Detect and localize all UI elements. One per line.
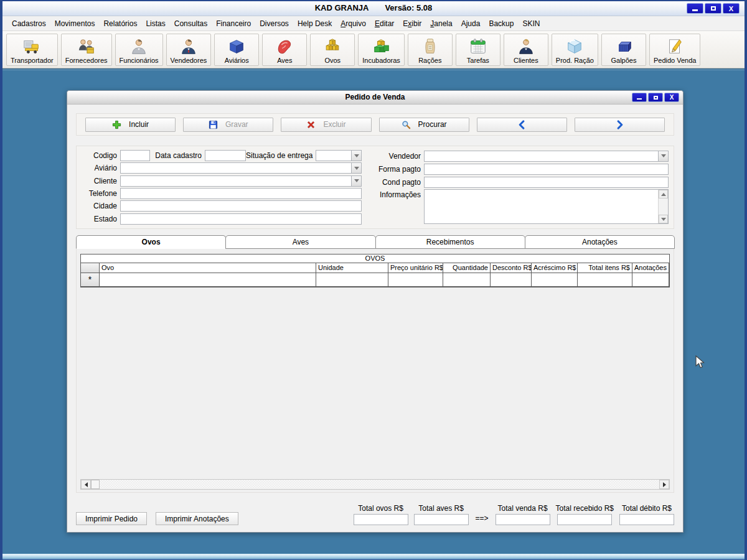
- grid-column-header[interactable]: Quantidade: [443, 263, 491, 273]
- imprimir-anotacoes-button[interactable]: Imprimir Anotações: [156, 512, 238, 525]
- toolbar-button[interactable]: Incubadoras: [358, 34, 405, 66]
- situacao-entrega-combo[interactable]: [316, 150, 362, 161]
- dialog-titlebar[interactable]: Pedido de Venda X: [67, 91, 683, 105]
- tab[interactable]: Ovos: [76, 235, 226, 249]
- forma-pagto-label: Forma pagto: [377, 165, 424, 174]
- grid-cell[interactable]: [632, 273, 669, 287]
- total-field[interactable]: [557, 514, 612, 525]
- grid-cell[interactable]: [316, 273, 388, 287]
- tab[interactable]: Aves: [225, 235, 375, 249]
- data-cadastro-field[interactable]: [205, 150, 246, 161]
- toolbar-button[interactable]: Funcionários: [115, 34, 163, 66]
- menu-item[interactable]: Relatórios: [99, 17, 141, 30]
- total-field[interactable]: [619, 514, 674, 525]
- aviario-combo[interactable]: [120, 162, 362, 174]
- tab[interactable]: Recebimentos: [375, 235, 525, 249]
- grid-cell[interactable]: [578, 273, 632, 287]
- action-button[interactable]: Gravar: [183, 118, 273, 132]
- grid-cell[interactable]: [100, 273, 316, 287]
- close-button[interactable]: X: [723, 3, 740, 14]
- dialog-maximize-button[interactable]: [648, 93, 663, 102]
- minimize-button[interactable]: [687, 3, 703, 14]
- scroll-right-icon[interactable]: [659, 480, 669, 489]
- grid-column-header[interactable]: Total itens R$: [578, 263, 632, 273]
- bottom-bar: Imprimir Pedido Imprimir Anotações Total…: [76, 504, 674, 525]
- grid-column-header[interactable]: Anotações: [632, 263, 669, 273]
- total-field[interactable]: [414, 514, 469, 525]
- menu-item[interactable]: Help Desk: [293, 17, 336, 30]
- menu-item[interactable]: Financeiro: [212, 17, 255, 30]
- codigo-field[interactable]: [120, 150, 150, 161]
- menu-item[interactable]: Cadastros: [7, 17, 50, 30]
- toolbar-button-label: Transportador: [11, 57, 54, 64]
- cidade-field[interactable]: [120, 200, 362, 212]
- scroll-down-icon[interactable]: [659, 215, 668, 223]
- grid-horizontal-scrollbar[interactable]: [80, 479, 670, 490]
- tab[interactable]: Anotações: [525, 235, 675, 249]
- toolbar-button[interactable]: Fornecedores: [61, 34, 112, 66]
- cond-pagto-field[interactable]: [424, 177, 669, 188]
- menu-item[interactable]: Janela: [426, 17, 456, 30]
- estado-field[interactable]: [120, 213, 362, 225]
- toolbar-button[interactable]: Tarefas: [456, 34, 500, 66]
- menu-item[interactable]: Listas: [141, 17, 169, 30]
- toolbar-button[interactable]: Aviários: [214, 34, 259, 66]
- total-field[interactable]: [496, 514, 550, 525]
- grid-column-header[interactable]: Acréscimo R$: [532, 263, 578, 273]
- menu-item[interactable]: Ajuda: [457, 17, 485, 30]
- grid-cell[interactable]: [532, 273, 578, 287]
- toolbar-button[interactable]: Clientes: [504, 34, 548, 66]
- vendedor-combo[interactable]: [424, 151, 669, 162]
- scroll-left-icon[interactable]: [81, 480, 91, 489]
- menu-item[interactable]: Movimentos: [50, 17, 100, 30]
- chevron-down-icon[interactable]: [658, 151, 668, 161]
- action-button[interactable]: Procurar: [379, 118, 469, 132]
- chevron-down-icon[interactable]: [351, 163, 361, 173]
- grid-cell[interactable]: [388, 273, 443, 287]
- grid-column-header[interactable]: Unidade: [316, 263, 388, 273]
- cliente-combo[interactable]: [120, 175, 362, 187]
- imprimir-pedido-button[interactable]: Imprimir Pedido: [76, 512, 147, 525]
- toolbar-button[interactable]: Vendedores: [166, 34, 212, 66]
- toolbar-button[interactable]: Ovos: [310, 34, 355, 66]
- total-field[interactable]: [354, 514, 408, 525]
- telefone-field[interactable]: [120, 188, 362, 199]
- action-button[interactable]: Excluir: [281, 118, 371, 132]
- plus-icon: [112, 120, 121, 129]
- menu-item[interactable]: SKIN: [518, 17, 544, 30]
- grid-column-header[interactable]: Preço unitário R$: [388, 263, 443, 273]
- menu-item[interactable]: Editar: [370, 17, 398, 30]
- dialog-close-button[interactable]: X: [664, 93, 679, 102]
- salesman-icon: [179, 37, 198, 57]
- order-form-panel: Codigo Data cadastro Situação de entrega…: [76, 146, 674, 229]
- toolbar-button[interactable]: Prod. Ração: [552, 34, 598, 66]
- grid-column-header[interactable]: Ovo: [100, 263, 316, 273]
- total-label: Total recebido R$: [556, 504, 614, 513]
- grid-column-header[interactable]: Desconto R$: [491, 263, 532, 273]
- toolbar-button[interactable]: Transportador: [6, 34, 58, 66]
- toolbar-button[interactable]: Pedido Venda: [649, 34, 701, 66]
- grid-cell[interactable]: [491, 273, 532, 287]
- action-button[interactable]: Incluir: [85, 118, 176, 132]
- toolbar-button[interactable]: Rações: [408, 34, 453, 66]
- grid-cell[interactable]: [443, 273, 491, 287]
- forma-pagto-field[interactable]: [424, 164, 669, 175]
- memo-scrollbar[interactable]: [658, 190, 668, 223]
- cidade-label: Cidade: [82, 202, 120, 210]
- chevron-down-icon[interactable]: [351, 176, 361, 186]
- maximize-button[interactable]: [705, 3, 721, 14]
- menu-item[interactable]: Exibir: [398, 17, 426, 30]
- scroll-up-icon[interactable]: [659, 190, 668, 198]
- scrollbar-thumb[interactable]: [91, 480, 100, 489]
- toolbar-button[interactable]: Galpões: [601, 34, 646, 66]
- menu-item[interactable]: Diversos: [255, 17, 293, 30]
- action-button[interactable]: [575, 118, 665, 132]
- menu-item[interactable]: Consultas: [170, 17, 212, 30]
- chevron-down-icon[interactable]: [351, 151, 361, 161]
- dialog-minimize-button[interactable]: [632, 93, 647, 102]
- action-button[interactable]: [477, 118, 567, 132]
- toolbar-button[interactable]: Aves: [262, 34, 307, 66]
- menu-item[interactable]: Backup: [484, 17, 518, 30]
- menu-item[interactable]: Arquivo: [336, 17, 370, 30]
- informacoes-field[interactable]: [424, 189, 669, 224]
